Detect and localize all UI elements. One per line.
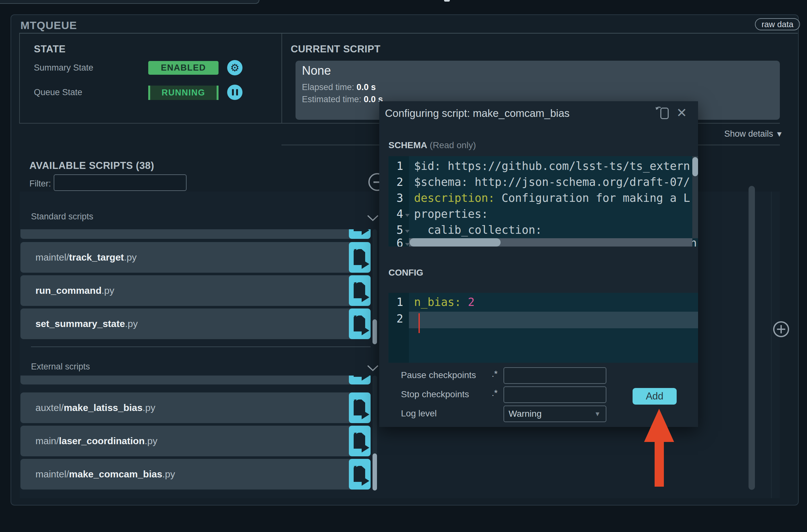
script-row[interactable]: maintel/make_comcam_bias.py </> — [20, 459, 371, 490]
pause-checkpoints-label: Pause checkpoints — [401, 370, 476, 380]
raw-data-button[interactable]: raw data — [755, 18, 800, 30]
screen: MTQUEUE raw data STATE Summary State ENA… — [0, 0, 807, 532]
select-caret-icon: ▼ — [594, 410, 601, 418]
elapsed-time-label: Elapsed time: — [302, 82, 354, 92]
script-row[interactable]: run_command.py </> — [20, 275, 371, 306]
chevron-down-icon: ▼ — [776, 130, 783, 138]
gear-icon: ⚙ — [230, 62, 240, 73]
launch-script-icon[interactable]: </> — [349, 459, 371, 490]
pause-icon — [232, 89, 238, 95]
configure-script-modal: Configuring script: make_comcam_bias ✕ S… — [379, 101, 698, 427]
launch-script-icon[interactable]: </> — [349, 275, 371, 306]
elapsed-time-value: 0.0 s — [357, 82, 376, 92]
config-editor[interactable]: 1n_bias: 2 2 — [389, 293, 698, 363]
filter-label: Filter: — [30, 179, 51, 189]
launch-script-icon[interactable]: </> — [349, 426, 371, 456]
top-cursor-sliver — [444, 0, 450, 2]
current-script-name: None — [302, 64, 331, 78]
stop-checkpoints-label: Stop checkpoints — [401, 389, 469, 399]
text-cursor — [418, 313, 420, 333]
add-script-circle-button[interactable] — [773, 321, 789, 337]
log-level-select[interactable]: Warning ▼ — [504, 405, 606, 422]
group-external-label: External scripts — [31, 362, 90, 372]
launch-script-icon[interactable]: </> — [349, 242, 371, 273]
log-level-value: Warning — [509, 409, 542, 419]
annotation-arrow-head — [644, 409, 674, 442]
schema-hscrollbar-thumb[interactable] — [410, 238, 501, 247]
queue-column-divider — [771, 192, 772, 498]
launch-script-icon[interactable]: </> — [349, 229, 371, 239]
state-script-divider — [281, 33, 282, 123]
close-icon[interactable]: ✕ — [676, 106, 687, 119]
state-config-button[interactable]: ⚙ — [227, 60, 243, 75]
schema-vscrollbar-thumb[interactable] — [692, 157, 698, 176]
state-heading: STATE — [34, 43, 66, 55]
add-button[interactable]: Add — [633, 388, 677, 404]
script-row[interactable]: set_summary_state.py </> — [20, 308, 371, 339]
filter-input[interactable] — [54, 174, 187, 191]
show-details-toggle[interactable]: Show details ▼ — [724, 129, 783, 139]
top-tab-sliver — [0, 0, 259, 4]
elapsed-time-row: Elapsed time: 0.0 s — [302, 82, 376, 92]
modal-title: Configuring script: make_comcam_bias — [385, 107, 570, 119]
summary-box-left-border — [19, 33, 20, 123]
launch-script-icon[interactable]: </> — [349, 393, 371, 423]
script-row[interactable]: main/laser_coordination.py </> — [20, 426, 371, 456]
estimated-time-label: Estimated time: — [302, 95, 361, 104]
panel-title: MTQUEUE — [20, 19, 77, 32]
pause-pattern: .* — [492, 369, 498, 379]
rotate-arrow-icon — [655, 106, 662, 113]
current-script-heading: CURRENT SCRIPT — [291, 43, 380, 55]
available-scripts-heading: AVAILABLE SCRIPTS (38) — [30, 160, 154, 171]
standard-scripts-scrollbar-thumb[interactable] — [373, 319, 377, 344]
estimated-time-row: Estimated time: 0.0 s — [302, 95, 383, 104]
external-scripts-scrollbar-thumb[interactable] — [373, 453, 377, 491]
schema-editor[interactable]: 1$id: https://github.com/lsst-ts/ts_exte… — [389, 156, 698, 247]
summary-state-label: Summary State — [34, 63, 93, 73]
group-divider — [31, 346, 371, 347]
stop-pattern: .* — [492, 388, 498, 398]
group-external-chevron-icon[interactable] — [367, 365, 379, 372]
pause-queue-button[interactable] — [227, 84, 243, 100]
script-row-clipped[interactable]: auxtel/latiss_cwfs_align.py </> — [20, 376, 371, 384]
group-standard-chevron-icon[interactable] — [367, 214, 379, 222]
config-heading: CONFIG — [389, 268, 423, 278]
script-row[interactable]: maintel/track_target.py </> — [20, 242, 371, 273]
schema-heading: SCHEMA (Read only) — [389, 140, 476, 150]
summary-state-badge: ENABLED — [148, 61, 219, 75]
queue-state-badge: RUNNING — [148, 86, 219, 100]
launch-script-icon[interactable]: </> — [349, 308, 371, 339]
queue-scrollbar[interactable] — [749, 186, 755, 490]
show-details-label: Show details — [724, 129, 773, 138]
group-standard-label: Standard scripts — [31, 212, 93, 222]
script-row[interactable]: auxtel/make_latiss_bias.py </> — [20, 393, 371, 423]
queue-state-label: Queue State — [34, 88, 82, 97]
stop-checkpoints-input[interactable] — [504, 386, 606, 403]
script-row-clipped[interactable]: maintel/track_target_and_take_image.py <… — [20, 229, 371, 239]
log-level-label: Log level — [401, 408, 437, 419]
title-divider — [19, 33, 798, 34]
annotation-arrow-shaft — [655, 440, 664, 487]
pause-checkpoints-input[interactable] — [504, 367, 606, 384]
launch-script-icon[interactable]: </> — [349, 376, 371, 384]
